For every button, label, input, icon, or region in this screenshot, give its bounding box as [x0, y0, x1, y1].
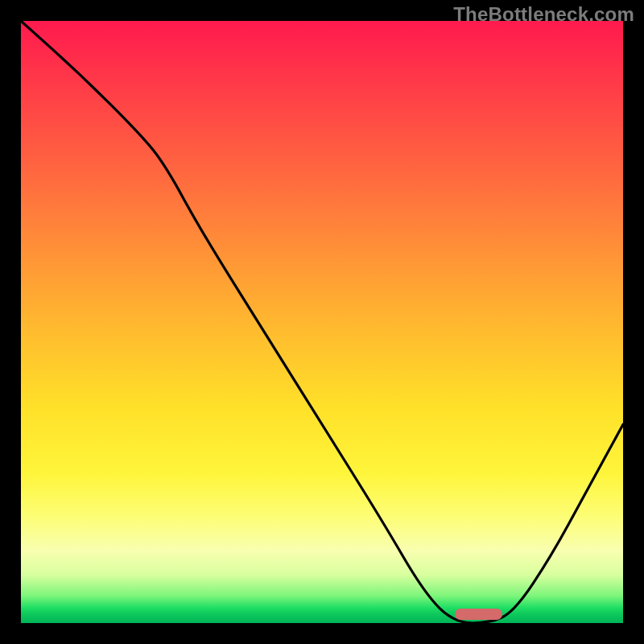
watermark-text: TheBottleneck.com	[453, 3, 634, 26]
chart-frame	[21, 21, 623, 623]
optimal-range-marker	[455, 609, 503, 620]
bottleneck-curve	[21, 21, 623, 623]
